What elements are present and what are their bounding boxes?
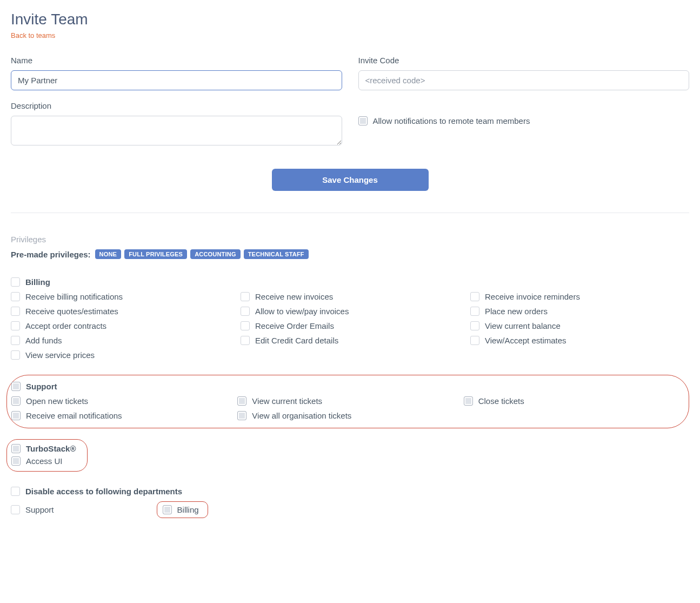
- billing-group-checkbox[interactable]: [11, 277, 20, 287]
- invite-code-label: Invite Code: [358, 56, 690, 65]
- priv-checkbox[interactable]: [470, 321, 479, 330]
- priv-checkbox[interactable]: [11, 336, 20, 345]
- tag-accounting[interactable]: ACCOUNTING: [190, 249, 241, 259]
- privileges-section-title: Privileges: [11, 235, 689, 244]
- priv-label: Receive quotes/estimates: [25, 307, 118, 316]
- priv-label: Allow to view/pay invoices: [255, 307, 349, 316]
- priv-checkbox[interactable]: [11, 292, 20, 301]
- priv-checkbox[interactable]: [470, 292, 479, 301]
- disable-departments-group-checkbox[interactable]: [11, 487, 20, 496]
- invite-code-input[interactable]: [358, 70, 690, 90]
- priv-checkbox[interactable]: [11, 350, 20, 360]
- support-group-checkbox[interactable]: [11, 382, 21, 391]
- priv-checkbox[interactable]: [241, 307, 250, 316]
- page-title: Invite Team: [11, 11, 689, 28]
- support-callout: Support Open new tickets View current ti…: [6, 375, 689, 428]
- priv-label: Close tickets: [478, 396, 524, 406]
- support-group-label: Support: [26, 382, 57, 391]
- premade-privileges-label: Pre-made privileges:: [11, 250, 91, 259]
- tag-none[interactable]: NONE: [95, 249, 122, 259]
- priv-label: Receive new invoices: [255, 292, 333, 301]
- priv-checkbox[interactable]: [11, 321, 20, 330]
- name-label: Name: [11, 56, 342, 65]
- priv-label: Add funds: [25, 336, 62, 345]
- priv-label: View/Accept estimates: [485, 336, 566, 345]
- priv-label: Receive billing notifications: [25, 292, 123, 301]
- tag-technical-staff[interactable]: TECHNICAL STAFF: [244, 249, 309, 259]
- priv-checkbox[interactable]: [11, 396, 21, 406]
- priv-label: Receive Order Emails: [255, 321, 334, 330]
- priv-label: View service prices: [25, 350, 95, 360]
- priv-checkbox[interactable]: [241, 292, 250, 301]
- divider: [11, 213, 689, 213]
- priv-label: Receive invoice reminders: [485, 292, 580, 301]
- dept-support-checkbox[interactable]: [11, 505, 20, 514]
- turbostack-group-checkbox[interactable]: [11, 444, 21, 453]
- priv-label: View current balance: [485, 321, 561, 330]
- priv-label: Place new orders: [485, 307, 548, 316]
- priv-checkbox[interactable]: [237, 396, 246, 406]
- priv-checkbox[interactable]: [11, 411, 21, 420]
- save-changes-button[interactable]: Save Changes: [272, 169, 429, 191]
- back-to-teams-link[interactable]: Back to teams: [11, 31, 55, 39]
- dept-billing-callout: Billing: [157, 501, 208, 518]
- name-input[interactable]: [11, 70, 342, 90]
- priv-label: Edit Credit Card details: [255, 336, 338, 345]
- priv-checkbox[interactable]: [464, 396, 473, 406]
- priv-label: View current tickets: [252, 396, 322, 406]
- priv-checkbox[interactable]: [11, 456, 21, 466]
- tag-full-privileges[interactable]: FULL PRIVILEGES: [124, 249, 187, 259]
- priv-checkbox[interactable]: [241, 321, 250, 330]
- priv-checkbox[interactable]: [470, 336, 479, 345]
- billing-group-label: Billing: [25, 277, 50, 287]
- priv-checkbox[interactable]: [237, 411, 246, 420]
- priv-checkbox[interactable]: [470, 307, 479, 316]
- priv-label: Accept order contracts: [25, 321, 106, 330]
- turbostack-callout: TurboStack® Access UI: [6, 439, 88, 472]
- priv-label: Receive email notifications: [26, 411, 122, 420]
- priv-label: Access UI: [26, 456, 63, 466]
- dept-billing-label: Billing: [177, 505, 199, 514]
- priv-checkbox[interactable]: [11, 307, 20, 316]
- priv-label: Open new tickets: [26, 396, 88, 406]
- priv-label: View all organisation tickets: [252, 411, 351, 420]
- description-label: Description: [11, 101, 342, 110]
- dept-support-label: Support: [25, 505, 54, 514]
- turbostack-group-label: TurboStack®: [26, 444, 76, 453]
- allow-notifications-label: Allow notifications to remote team membe…: [373, 116, 530, 125]
- disable-departments-group-label: Disable access to following departments: [25, 487, 182, 496]
- allow-notifications-checkbox[interactable]: [358, 116, 368, 125]
- description-textarea[interactable]: [11, 116, 342, 145]
- priv-checkbox[interactable]: [241, 336, 250, 345]
- dept-billing-checkbox[interactable]: [163, 505, 172, 514]
